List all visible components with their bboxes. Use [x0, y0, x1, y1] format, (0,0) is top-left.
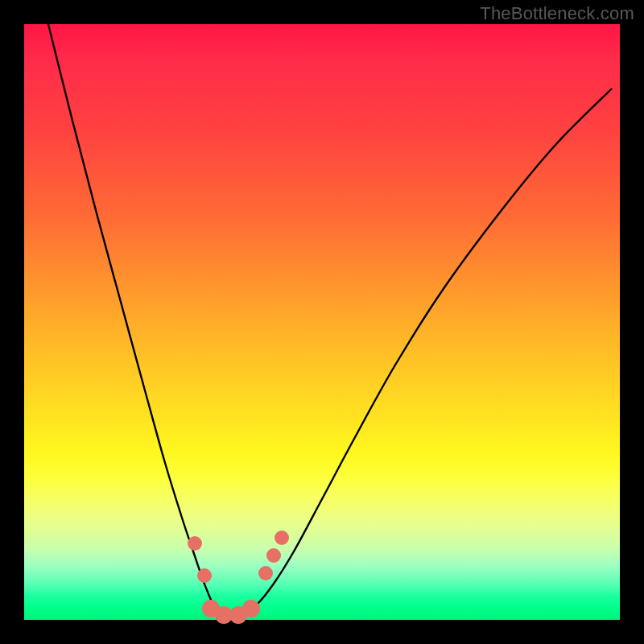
marker-group	[188, 530, 289, 624]
dot-right-mid	[266, 548, 281, 563]
dot-right-lower	[258, 566, 273, 580]
bottleneck-curve	[48, 24, 612, 617]
curve-svg	[24, 24, 620, 620]
dot-right-upper	[275, 530, 289, 545]
dot-left-lower	[197, 568, 212, 583]
dot-trough-4	[242, 600, 260, 617]
plot-area	[24, 24, 620, 620]
watermark-text: TheBottleneck.com	[480, 3, 634, 24]
chart-frame: TheBottleneck.com	[0, 0, 644, 644]
dot-left-upper	[188, 536, 202, 551]
